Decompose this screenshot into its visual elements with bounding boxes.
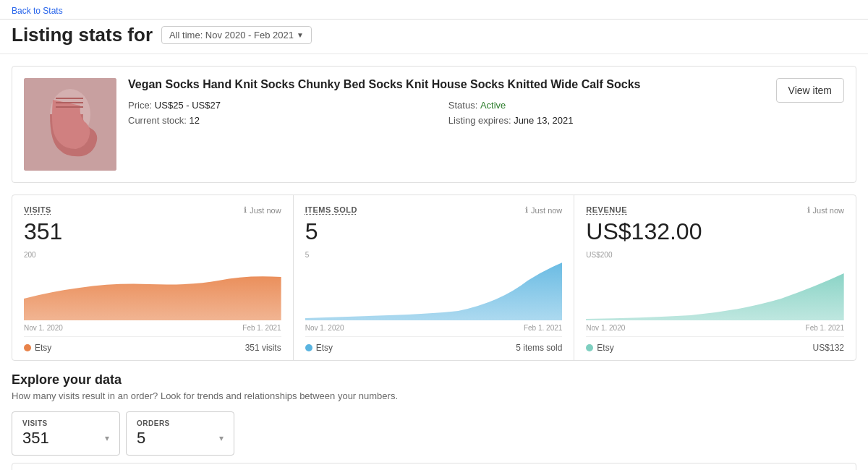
listing-card: Vegan Socks Hand Knit Socks Chunky Bed S…	[12, 66, 856, 183]
visits-label: VISITS	[24, 205, 51, 214]
revenue-legend-label: Etsy	[597, 343, 613, 353]
explore-controls: VISITS 351 ▾ ORDERS 5 ▾	[12, 411, 234, 456]
explore-orders-metric[interactable]: ORDERS 5 ▾	[126, 411, 234, 456]
explore-visits-label: VISITS	[22, 419, 109, 427]
revenue-time: ℹ Just now	[807, 205, 844, 215]
items-legend-dot	[305, 344, 312, 351]
explore-visits-metric[interactable]: VISITS 351 ▾	[12, 411, 120, 456]
visits-legend-dot	[24, 344, 31, 351]
listing-title: Vegan Socks Hand Knit Socks Chunky Bed S…	[128, 78, 765, 91]
info-icon: ℹ	[244, 205, 247, 215]
expires-value: June 13, 2021	[514, 115, 573, 126]
items-sold-value: 5	[305, 218, 563, 245]
listing-info: Vegan Socks Hand Knit Socks Chunky Bed S…	[128, 78, 765, 126]
status-label: Status:	[448, 100, 477, 111]
back-to-stats-link[interactable]: Back to Stats	[12, 6, 63, 16]
items-legend-label: Etsy	[316, 343, 333, 353]
page-title: Listing stats for	[12, 24, 153, 46]
visits-value: 351	[24, 218, 281, 245]
items-x-start: Nov 1, 2020	[305, 324, 344, 330]
price-label: Price:	[128, 100, 152, 111]
revenue-x-end: Feb 1, 2021	[806, 324, 844, 330]
revenue-panel: REVENUE ℹ Just now US$132.00 US$200 Nov …	[574, 195, 856, 360]
revenue-legend-count: US$132	[813, 343, 844, 353]
date-filter-label: All time: Nov 2020 - Feb 2021	[169, 30, 294, 40]
items-sold-legend: Etsy 5 items sold	[305, 336, 563, 353]
visits-x-end: Feb 1, 2021	[242, 324, 281, 330]
chevron-down-icon: ▼	[297, 31, 304, 39]
stock-label: Current stock:	[128, 115, 187, 126]
revenue-legend: Etsy US$132	[586, 336, 844, 353]
expires-label: Listing expires:	[448, 115, 511, 126]
explore-orders-label: ORDERS	[137, 419, 224, 427]
items-sold-chart: 5 Nov 1, 2020 Feb 1, 2021	[305, 251, 563, 330]
items-sold-time: ℹ Just now	[525, 205, 562, 215]
explore-section: Explore your data How many visits result…	[12, 372, 856, 470]
revenue-label: REVENUE	[586, 205, 627, 214]
items-x-end: Feb 1, 2021	[524, 324, 562, 330]
chevron-down-icon-orders: ▾	[219, 433, 224, 443]
visits-x-start: Nov 1, 2020	[24, 324, 63, 330]
explore-title: Explore your data	[12, 372, 856, 388]
visits-legend: Etsy 351 visits	[24, 336, 281, 353]
info-icon-2: ℹ	[525, 205, 528, 215]
visits-legend-count: 351 visits	[245, 343, 281, 353]
items-sold-panel: ITEMS SOLD ℹ Just now 5 5 Nov 1, 2020	[294, 195, 575, 360]
visits-legend-label: Etsy	[35, 343, 51, 353]
revenue-x-start: Nov 1, 2020	[586, 324, 625, 330]
status-value: Active	[480, 100, 506, 111]
revenue-chart: US$200 Nov 1, 2020 Feb 1, 2021	[586, 251, 844, 330]
visits-time: ℹ Just now	[244, 205, 281, 215]
explore-desc: How many visits result in an order? Look…	[12, 390, 856, 401]
items-legend-count: 5 items sold	[516, 343, 562, 353]
visits-chart: 200 Nov 1, 2020 Feb 1, 2021	[24, 251, 281, 330]
stock-value: 12	[190, 115, 200, 126]
listing-meta: Price: US$25 - US$27 Status: Active Curr…	[128, 100, 765, 126]
visits-panel: VISITS ℹ Just now 351 200 Nov 1, 2020	[12, 195, 294, 360]
explore-visits-value: 351 ▾	[22, 429, 109, 448]
listing-image	[24, 78, 116, 171]
stats-section: VISITS ℹ Just now 351 200 Nov 1, 2020	[12, 195, 856, 361]
info-icon-3: ℹ	[807, 205, 810, 215]
price-value: US$25 - US$27	[155, 100, 221, 111]
date-filter-button[interactable]: All time: Nov 2020 - Feb 2021 ▼	[161, 26, 312, 44]
revenue-legend-dot	[586, 344, 593, 351]
view-item-button[interactable]: View item	[776, 78, 844, 103]
items-sold-label: ITEMS SOLD	[305, 205, 357, 214]
explore-orders-value: 5 ▾	[137, 429, 224, 448]
revenue-value: US$132.00	[586, 218, 844, 245]
explore-chart-area: ▾ ▾ ▾ ▾ 200 160	[12, 463, 856, 470]
chevron-down-icon-visits: ▾	[105, 433, 109, 443]
